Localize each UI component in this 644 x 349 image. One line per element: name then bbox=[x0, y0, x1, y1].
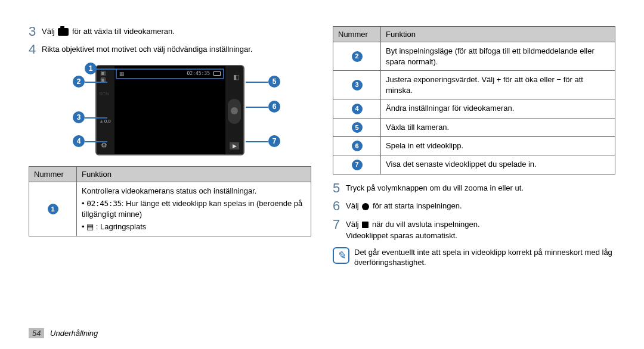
step-number-7: 7 bbox=[333, 217, 346, 241]
rec-time: 02:45:35 bbox=[187, 71, 210, 76]
col-header-function-r: Funktion bbox=[381, 27, 615, 42]
scn-label: SCN bbox=[99, 91, 109, 96]
play-button-icon: ▶ bbox=[230, 142, 239, 149]
row-badge-2: 2 bbox=[352, 51, 363, 62]
row-badge-7: 7 bbox=[352, 160, 363, 170]
step-7-text: Välj när du vill avsluta inspelningen. V… bbox=[346, 217, 615, 241]
step-3-prefix: Välj bbox=[42, 27, 55, 36]
step-3-suffix: för att växla till videokameran. bbox=[70, 27, 175, 36]
row-badge-3: 3 bbox=[352, 80, 363, 91]
note-text: Det går eventuellt inte att spela in vid… bbox=[354, 247, 615, 268]
battery-icon bbox=[213, 71, 221, 76]
step-number-6: 6 bbox=[333, 198, 346, 214]
mode-switch-icon: ◧ bbox=[233, 73, 239, 81]
col-header-number: Nummer bbox=[29, 166, 77, 182]
step-3-text: Välj för att växla till videokameran. bbox=[42, 24, 311, 39]
col-header-number-r: Nummer bbox=[333, 27, 381, 42]
right-function-table: Nummer Funktion 2Byt inspelningsläge (fö… bbox=[333, 26, 615, 174]
row-3-desc: Justera exponeringsvärdet. Välj + för at… bbox=[381, 71, 615, 99]
row-badge-5: 5 bbox=[352, 122, 363, 133]
ev-label: 0.0 bbox=[100, 119, 111, 124]
row-badge-1: 1 bbox=[48, 204, 58, 214]
callout-5: 5 bbox=[268, 76, 280, 88]
page-number: 54 bbox=[29, 328, 44, 338]
gear-icon: ⚙ bbox=[101, 141, 107, 149]
row-1-desc: Kontrollera videokamerans status och ins… bbox=[77, 182, 311, 236]
note-icon: ✎ bbox=[333, 247, 349, 264]
storage-icon: ▤ bbox=[86, 222, 94, 231]
row-7-desc: Visa det senaste videoklippet du spelade… bbox=[381, 155, 615, 174]
row-2-desc: Byt inspelningsläge (för att bifoga till… bbox=[381, 42, 615, 71]
film-status-icon bbox=[119, 71, 126, 77]
record-icon bbox=[362, 203, 369, 210]
col-header-function: Funktion bbox=[77, 166, 311, 182]
row-4-desc: Ändra inställningar för videokameran. bbox=[381, 99, 615, 118]
callout-3: 3 bbox=[73, 111, 85, 123]
stop-icon bbox=[362, 222, 369, 228]
record-button-icon bbox=[228, 99, 241, 124]
row-6-desc: Spela in ett videoklipp. bbox=[381, 137, 615, 155]
callout-7: 7 bbox=[268, 135, 280, 147]
step-number-5: 5 bbox=[333, 180, 346, 196]
callout-6: 6 bbox=[268, 101, 280, 113]
row-5-desc: Växla till kameran. bbox=[381, 118, 615, 136]
step-number-4: 4 bbox=[29, 42, 42, 57]
time-sample: 02:45:35 bbox=[86, 199, 122, 208]
row-badge-6: 6 bbox=[352, 141, 363, 151]
callout-1: 1 bbox=[85, 63, 97, 74]
row-badge-4: 4 bbox=[352, 104, 363, 114]
step-4-text: Rikta objektivet mot motivet och välj nö… bbox=[42, 42, 311, 57]
step-6-text: Välj för att starta inspelningen. bbox=[346, 198, 615, 214]
step-5-text: Tryck på volymknappen om du vill zooma i… bbox=[346, 180, 615, 196]
page-footer: 54 Underhållning bbox=[29, 328, 98, 338]
step-number-3: 3 bbox=[29, 24, 42, 39]
callout-2: 2 bbox=[73, 76, 85, 88]
callout-4: 4 bbox=[73, 135, 85, 147]
device-diagram: 1 2 3 4 5 6 7 ▣▣ SCN 0.0 ⚙ bbox=[29, 65, 311, 155]
film-mode-icons: ▣▣ bbox=[100, 70, 106, 83]
left-function-table: Nummer Funktion 1 Kontrollera videokamer… bbox=[29, 166, 311, 236]
camera-icon bbox=[58, 28, 69, 36]
section-title: Underhållning bbox=[50, 329, 98, 338]
